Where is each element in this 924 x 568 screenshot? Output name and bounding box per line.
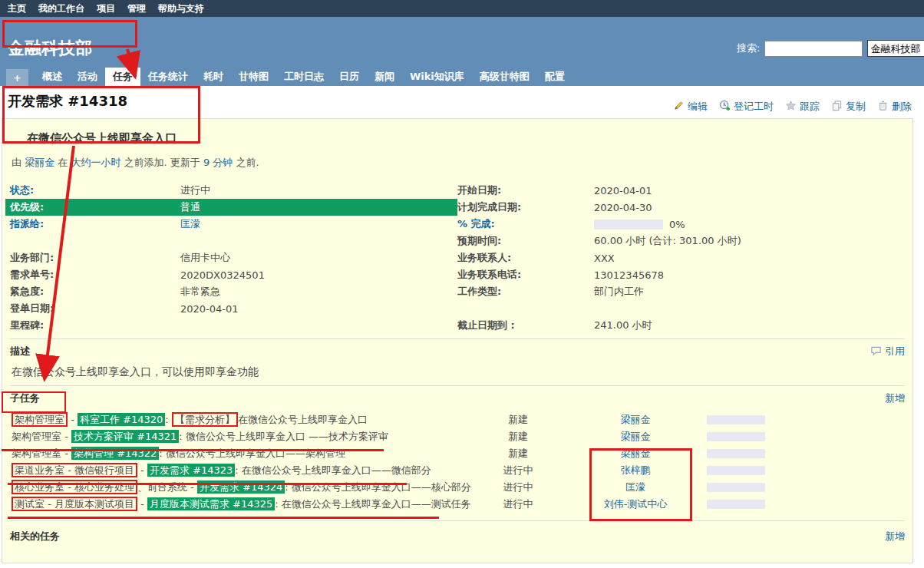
added-ago-link[interactable]: 大约一小时 bbox=[71, 157, 120, 168]
edit-button[interactable]: 编辑 bbox=[673, 100, 708, 114]
attr-estimated-time: 预期时间: 60.00 小时 (合计: 301.00 小时) bbox=[457, 233, 905, 249]
subtask-status: 新建 bbox=[493, 411, 543, 428]
subtask-progress-bar bbox=[707, 500, 765, 509]
subtask-status: 进行中 bbox=[493, 496, 543, 513]
tab-issue-stats[interactable]: 任务统计 bbox=[140, 67, 196, 86]
subtask-issue-link[interactable]: 科室工作 #14320 bbox=[78, 413, 165, 426]
attr-business-dept: 业务部门: 信用卡中心 bbox=[10, 249, 457, 266]
add-subtask-link[interactable]: 新增 bbox=[885, 391, 905, 405]
issue-meta: 由 梁丽金 在 大约一小时 之前添加. 更新于 9 分钟 之前. bbox=[12, 156, 905, 170]
issue-panel: 在微信公众号上线即享金入口 由 梁丽金 在 大约一小时 之前添加. 更新于 9 … bbox=[2, 118, 913, 563]
attributes-right-column: 开始日期: 2020-04-01 计划完成日期: 2020-04-30 % 完成… bbox=[457, 182, 905, 334]
attr-contact-phone: 业务联系电话: 13012345678 bbox=[457, 266, 905, 283]
tab-calendar[interactable]: 日历 bbox=[332, 67, 367, 86]
project-tabs: + 概述 活动 任务 任务统计 耗时 甘特图 工时日志 日历 新闻 Wiki知识… bbox=[0, 68, 924, 86]
subtask-assignee-link[interactable]: 刘伟-测试中心 bbox=[582, 496, 689, 513]
subtask-assignee-link[interactable]: 梁丽金 bbox=[582, 445, 689, 462]
nav-home[interactable]: 主页 bbox=[8, 2, 26, 15]
updated-ago-link[interactable]: 9 分钟 bbox=[203, 157, 233, 168]
subtask-progress-bar bbox=[707, 449, 765, 458]
attr-priority: 优先级: 普通 bbox=[5, 199, 457, 216]
subtask-subject: 在微信公众号上线即享金入口 bbox=[238, 414, 368, 425]
subtask-row: 架构管理室 - 科室工作 #14320: 【需求分析】在微信公众号上线即享金入口… bbox=[10, 411, 905, 428]
trash-icon bbox=[877, 100, 889, 114]
related-issues-heading: 相关的任务 bbox=[10, 530, 60, 543]
subtask-row: 核心业务室 - 核心业务处理、前台系统 - 开发需求 #14324: 微信公众号… bbox=[10, 479, 905, 496]
subtask-issue-link[interactable]: 架构管理 #14322 bbox=[71, 447, 159, 460]
attr-spacer bbox=[10, 233, 457, 249]
nav-help[interactable]: 帮助与支持 bbox=[158, 2, 204, 15]
nav-projects[interactable]: 项目 bbox=[97, 2, 115, 15]
attr-status: 状态: 进行中 bbox=[10, 182, 457, 199]
subtask-status: 新建 bbox=[493, 445, 543, 462]
redmine-issue-page: 主页 我的工作台 项目 管理 帮助与支持 金融科技部 搜索: 金融科技部 + 概… bbox=[0, 0, 924, 568]
subtask-progress-bar bbox=[707, 483, 765, 492]
quote-bubble-icon bbox=[870, 345, 882, 358]
tab-settings[interactable]: 配置 bbox=[537, 67, 573, 86]
subtask-row: 架构管理室 - 架构管理 #14322: 微信公众号上线即享金入口——架构管理 … bbox=[10, 445, 905, 462]
related-issues-header: 相关的任务 新增 bbox=[10, 529, 905, 544]
subtask-assignee-link[interactable]: 梁丽金 bbox=[582, 411, 689, 428]
tab-time-log[interactable]: 工时日志 bbox=[276, 67, 332, 86]
nav-my-workbench[interactable]: 我的工作台 bbox=[38, 2, 84, 15]
attr-assignee: 指派给: 匡濛 bbox=[10, 216, 457, 233]
description-body: 在微信公众号上线即享金入口，可以使用即享金功能 bbox=[12, 365, 905, 381]
tab-activity[interactable]: 活动 bbox=[70, 67, 105, 86]
subtask-project: 测试室 - 月度版本测试项目 bbox=[12, 497, 137, 511]
author-link[interactable]: 梁丽金 bbox=[25, 157, 54, 168]
subtask-row: 架构管理室 - 技术方案评审 #14321: 微信公众号上线即享金入口 ——技术… bbox=[10, 428, 905, 445]
tab-wiki[interactable]: Wiki知识库 bbox=[402, 67, 472, 86]
subtask-issue-link[interactable]: 开发需求 #14324 bbox=[197, 480, 285, 494]
delete-button[interactable]: 删除 bbox=[877, 100, 912, 114]
subtask-progress-bar bbox=[707, 432, 765, 441]
description-heading: 描述 bbox=[10, 345, 30, 358]
log-time-button[interactable]: 登记工时 bbox=[719, 100, 774, 114]
watch-button[interactable]: 跟踪 bbox=[785, 100, 820, 114]
subtask-assignee-link[interactable]: 梁丽金 bbox=[582, 428, 689, 445]
copy-button[interactable]: 复制 bbox=[831, 100, 866, 114]
tab-spent-time[interactable]: 耗时 bbox=[196, 67, 231, 86]
subtask-subject-tag: 【需求分析】 bbox=[172, 412, 238, 427]
attr-business-contact: 业务联系人: XXX bbox=[457, 249, 905, 266]
tab-add[interactable]: + bbox=[6, 69, 28, 86]
subtask-assignee-link[interactable]: 张梓鹏 bbox=[582, 462, 689, 479]
subtasks-heading: 子任务 bbox=[10, 391, 40, 405]
search-input[interactable] bbox=[764, 41, 863, 57]
quote-link[interactable]: 引用 bbox=[870, 345, 905, 358]
subtask-issue-link[interactable]: 月度版本测试需求 #14325 bbox=[147, 497, 275, 510]
attr-work-type: 工作类型: 部门内工作 bbox=[457, 283, 905, 300]
tab-news[interactable]: 新闻 bbox=[367, 67, 402, 86]
attr-percent-done: % 完成: 0% bbox=[457, 216, 905, 233]
clock-plus-icon bbox=[719, 100, 731, 114]
tab-issues[interactable]: 任务 bbox=[105, 67, 140, 86]
subtask-status: 进行中 bbox=[493, 479, 543, 496]
subtask-issue-link[interactable]: 技术方案评审 #14321 bbox=[71, 430, 179, 443]
search-area: 搜索: 金融科技部 bbox=[737, 40, 924, 57]
progress-bar bbox=[594, 220, 663, 230]
tab-overview[interactable]: 概述 bbox=[35, 67, 70, 86]
subtask-assignee-link[interactable]: 匡濛 bbox=[582, 479, 689, 496]
subtask-project: 渠道业务室 - 微信银行项目 bbox=[12, 463, 137, 477]
attr-due-date: 计划完成日期: 2020-04-30 bbox=[457, 199, 905, 216]
subtask-issue-link[interactable]: 开发需求 #14323 bbox=[147, 464, 235, 477]
nav-admin[interactable]: 管理 bbox=[127, 2, 146, 15]
subtask-progress-bar bbox=[707, 415, 765, 424]
subtask-subject: 微信公众号上线即享金入口 ——技术方案评审 bbox=[186, 431, 388, 442]
subtask-subject: 微信公众号上线即享金入口——架构管理 bbox=[166, 447, 345, 459]
tab-gantt[interactable]: 甘特图 bbox=[231, 67, 276, 86]
add-related-link[interactable]: 新增 bbox=[885, 530, 905, 543]
search-label: 搜索: bbox=[737, 41, 760, 55]
tab-advanced-gantt[interactable]: 高级甘特图 bbox=[472, 67, 537, 86]
assignee-link[interactable]: 匡濛 bbox=[180, 218, 200, 230]
project-jump-select[interactable]: 金融科技部 bbox=[867, 40, 924, 57]
pencil-icon bbox=[673, 100, 685, 114]
star-icon bbox=[785, 100, 797, 114]
subtask-project: 架构管理室 bbox=[12, 447, 61, 459]
subtask-subject: 在微信公众号上线即享金入口——测试任务 bbox=[282, 498, 471, 510]
divider bbox=[10, 338, 905, 339]
subtasks-header: 子任务 新增 bbox=[10, 391, 905, 406]
subtask-row: 测试室 - 月度版本测试项目 - 月度版本测试需求 #14325: 在微信公众号… bbox=[10, 496, 905, 513]
issue-actions: 编辑 登记工时 跟踪 复制 删除 bbox=[673, 100, 912, 114]
subtask-subject: 微信公众号上线即享金入口——核心部分 bbox=[292, 481, 471, 493]
divider bbox=[10, 385, 905, 386]
